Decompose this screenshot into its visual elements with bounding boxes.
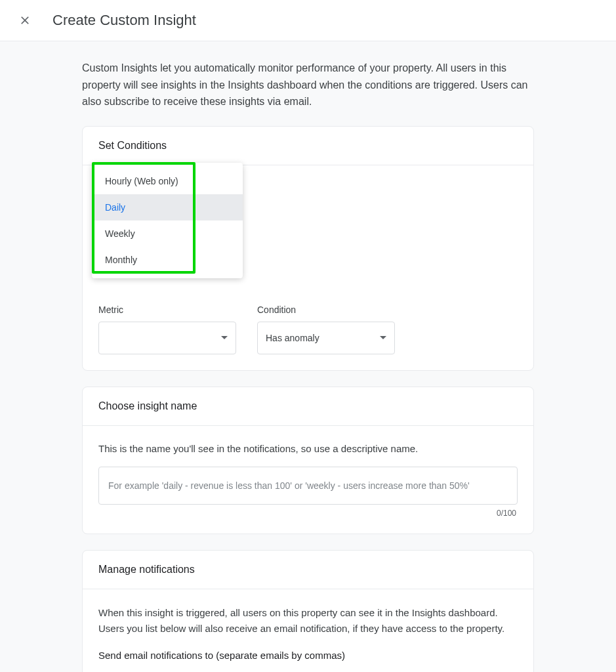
- metric-field: Metric: [98, 304, 236, 354]
- chevron-down-icon: [221, 336, 228, 339]
- close-icon[interactable]: [18, 14, 31, 27]
- insight-name-input[interactable]: [98, 467, 518, 505]
- frequency-option-weekly[interactable]: Weekly: [92, 220, 243, 247]
- frequency-dropdown: Hourly (Web only) Daily Weekly Monthly: [92, 163, 243, 278]
- intro-text: Custom Insights let you automatically mo…: [0, 41, 616, 126]
- insight-name-card: Choose insight name This is the name you…: [82, 387, 534, 535]
- conditions-card: Set Conditions Hourly (Web only) Daily W…: [82, 126, 534, 371]
- dialog-header: Create Custom Insight: [0, 0, 616, 41]
- chevron-down-icon: [380, 336, 386, 339]
- notifications-title: Manage notifications: [83, 551, 533, 589]
- condition-select[interactable]: Has anomaly: [257, 322, 395, 354]
- notifications-card: Manage notifications When this insight i…: [82, 550, 534, 672]
- notifications-body: When this insight is triggered, all user…: [83, 589, 533, 672]
- conditions-title: Set Conditions: [83, 127, 533, 165]
- metric-label: Metric: [98, 304, 236, 315]
- condition-label: Condition: [257, 304, 395, 315]
- conditions-body: Hourly (Web only) Daily Weekly Monthly M…: [83, 165, 533, 370]
- email-notifications-label: Send email notifications to (separate em…: [98, 650, 518, 661]
- insight-name-body: This is the name you'll see in the notif…: [83, 426, 533, 534]
- condition-value: Has anomaly: [266, 333, 319, 343]
- metric-condition-row: Metric Condition Has anomaly: [98, 304, 518, 354]
- notifications-description: When this insight is triggered, all user…: [98, 605, 518, 637]
- page-title: Create Custom Insight: [52, 12, 196, 29]
- frequency-option-daily[interactable]: Daily: [92, 194, 243, 220]
- condition-field: Condition Has anomaly: [257, 304, 395, 354]
- frequency-option-monthly[interactable]: Monthly: [92, 247, 243, 273]
- insight-name-helper: This is the name you'll see in the notif…: [98, 442, 518, 457]
- char-counter: 0/100: [98, 509, 518, 518]
- frequency-option-hourly[interactable]: Hourly (Web only): [92, 168, 243, 194]
- content-area: Custom Insights let you automatically mo…: [0, 41, 616, 672]
- insight-name-title: Choose insight name: [83, 387, 533, 426]
- metric-select[interactable]: [98, 322, 236, 354]
